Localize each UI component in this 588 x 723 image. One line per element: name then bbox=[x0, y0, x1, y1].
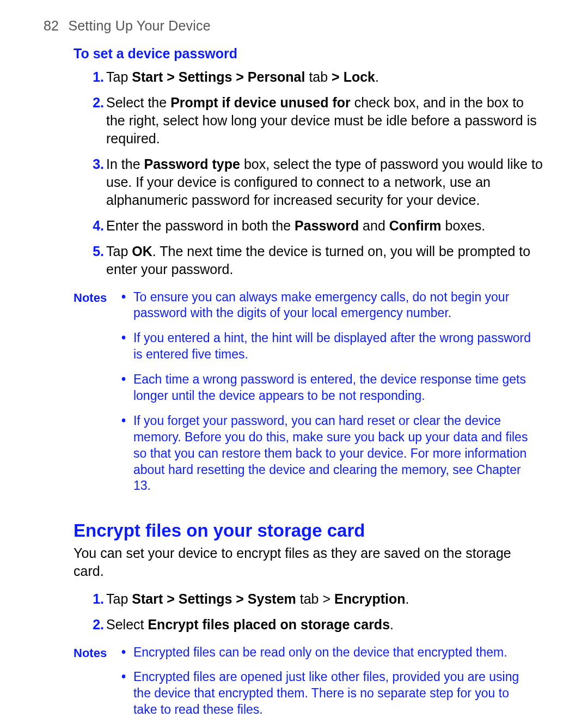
page-number: 82 bbox=[44, 18, 59, 33]
notes-block-1: Notes To ensure you can always make emer… bbox=[74, 289, 544, 503]
step-item: 5. Tap OK. The next time the device is t… bbox=[106, 242, 544, 278]
step-number: 1. bbox=[88, 68, 104, 86]
step-item: 3. In the Password type box, select the … bbox=[106, 155, 544, 209]
document-page: 82 Setting Up Your Device To set a devic… bbox=[0, 0, 588, 723]
step-item: 4. Enter the password in both the Passwo… bbox=[106, 217, 544, 235]
step-text: Tap OK. The next time the device is turn… bbox=[106, 244, 530, 277]
notes-label: Notes bbox=[74, 645, 114, 661]
step-item: 2. Select Encrypt files placed on storag… bbox=[106, 616, 544, 634]
notes-label: Notes bbox=[74, 289, 114, 306]
page-header: 82 Setting Up Your Device bbox=[44, 17, 544, 34]
note-item: If you entered a hint, the hint will be … bbox=[118, 330, 532, 363]
page-title: Setting Up Your Device bbox=[68, 18, 211, 33]
step-item: 1. Tap Start > Settings > Personal tab >… bbox=[106, 68, 544, 86]
heading-encrypt: Encrypt files on your storage card bbox=[74, 519, 544, 542]
intro-encrypt: You can set your device to encrypt files… bbox=[74, 544, 525, 580]
step-text: Enter the password in both the Password … bbox=[106, 218, 485, 233]
note-item: Encrypted files can be read only on the … bbox=[118, 645, 532, 661]
step-number: 4. bbox=[88, 217, 104, 235]
step-number: 5. bbox=[88, 242, 104, 260]
subheading-set-password: To set a device password bbox=[74, 45, 544, 62]
notes-list: Encrypted files can be read only on the … bbox=[118, 645, 532, 723]
step-number: 2. bbox=[88, 616, 104, 634]
step-text: Select Encrypt files placed on storage c… bbox=[106, 617, 394, 632]
step-number: 1. bbox=[88, 590, 104, 608]
notes-list: To ensure you can always make emergency … bbox=[118, 289, 532, 503]
step-item: 2. Select the Prompt if device unused fo… bbox=[106, 94, 544, 148]
step-text: Select the Prompt if device unused for c… bbox=[106, 95, 537, 146]
steps-set-password: 1. Tap Start > Settings > Personal tab >… bbox=[44, 68, 544, 278]
note-item: To ensure you can always make emergency … bbox=[118, 289, 532, 322]
step-text: Tap Start > Settings > System tab > Encr… bbox=[106, 591, 409, 606]
note-item: Each time a wrong password is entered, t… bbox=[118, 372, 532, 404]
note-item: If you forget your password, you can har… bbox=[118, 413, 532, 494]
notes-block-2: Notes Encrypted files can be read only o… bbox=[74, 645, 544, 723]
step-number: 2. bbox=[88, 94, 104, 112]
steps-encrypt: 1. Tap Start > Settings > System tab > E… bbox=[44, 590, 544, 634]
step-number: 3. bbox=[88, 155, 104, 173]
step-text: In the Password type box, select the typ… bbox=[106, 156, 543, 208]
step-text: Tap Start > Settings > Personal tab > Lo… bbox=[106, 69, 379, 84]
step-item: 1. Tap Start > Settings > System tab > E… bbox=[106, 590, 544, 608]
note-item: Encrypted files are opened just like oth… bbox=[118, 669, 532, 718]
